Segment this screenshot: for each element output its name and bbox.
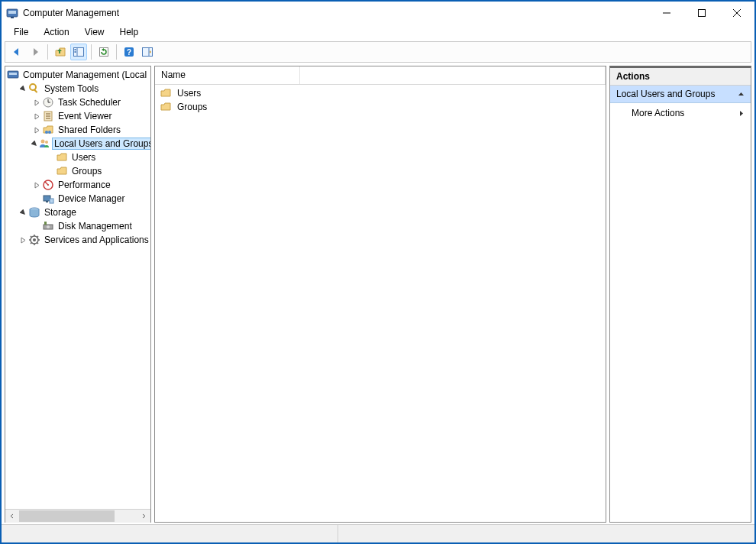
- app-icon: [6, 7, 18, 19]
- actions-selected-label: Local Users and Groups: [616, 89, 715, 99]
- tree-node-label: Local Users and Groups: [53, 138, 150, 149]
- svg-point-28: [48, 131, 51, 134]
- shared-folder-icon: [42, 124, 54, 136]
- toolbar-separator: [47, 44, 48, 60]
- tree-node-groups[interactable]: Groups: [5, 164, 150, 178]
- column-header-name[interactable]: Name: [155, 66, 300, 84]
- tree-node-device-manager[interactable]: Device Manager: [5, 192, 150, 206]
- tree-node-label: Device Manager: [57, 193, 126, 204]
- svg-rect-2: [11, 17, 14, 18]
- up-button[interactable]: [52, 44, 69, 60]
- status-cell: [2, 525, 338, 542]
- svg-rect-4: [699, 10, 706, 17]
- refresh-button[interactable]: [95, 44, 112, 60]
- svg-rect-40: [44, 222, 47, 225]
- svg-rect-1: [8, 11, 16, 14]
- minimize-button[interactable]: [649, 2, 684, 24]
- list-item-users[interactable]: Users: [155, 86, 606, 100]
- spacer: [31, 221, 42, 232]
- svg-point-27: [45, 131, 48, 134]
- collapse-icon[interactable]: [18, 83, 28, 94]
- tree-node-root[interactable]: Computer Management (Local: [5, 68, 150, 82]
- window-controls: [649, 2, 754, 24]
- actions-more-actions[interactable]: More Actions: [610, 103, 751, 123]
- collapse-icon[interactable]: [31, 138, 38, 149]
- tree-node-shared-folders[interactable]: Shared Folders: [5, 123, 150, 137]
- list-body[interactable]: Users Groups: [155, 85, 606, 522]
- spacer: [45, 166, 56, 176]
- tree-node-label: Performance: [57, 180, 112, 190]
- scroll-left-icon[interactable]: [5, 510, 18, 523]
- tree-node-label: Shared Folders: [57, 125, 122, 135]
- svg-rect-9: [75, 49, 76, 50]
- folder-icon: [160, 101, 172, 113]
- column-header-empty[interactable]: [300, 66, 606, 84]
- performance-icon: [42, 179, 54, 191]
- event-viewer-icon: [42, 110, 54, 122]
- list-item-label: Groups: [177, 102, 207, 112]
- help-button[interactable]: ?: [121, 44, 137, 60]
- tree-node-event-viewer[interactable]: Event Viewer: [5, 109, 150, 123]
- tree-node-label: Storage: [43, 207, 78, 218]
- maximize-button[interactable]: [684, 2, 719, 24]
- main-area: Computer Management (Local System Tools …: [2, 66, 754, 524]
- back-button[interactable]: [8, 44, 25, 60]
- list-item-groups[interactable]: Groups: [155, 100, 606, 114]
- expand-icon[interactable]: [31, 180, 42, 190]
- folder-icon: [56, 165, 68, 177]
- expand-icon[interactable]: [31, 97, 42, 108]
- tree-node-storage[interactable]: Storage: [5, 206, 150, 219]
- svg-rect-17: [9, 73, 17, 75]
- title-bar: Computer Management: [2, 2, 754, 24]
- expand-icon[interactable]: [31, 125, 42, 135]
- close-button[interactable]: [719, 2, 754, 24]
- svg-point-42: [33, 238, 36, 241]
- svg-rect-35: [46, 201, 48, 202]
- tree-node-label: Computer Management (Local: [21, 70, 148, 80]
- tree-node-label: Users: [70, 152, 97, 163]
- window-title: Computer Management: [23, 8, 649, 18]
- computer-management-icon: [7, 69, 19, 81]
- list-header: Name: [155, 66, 606, 85]
- svg-point-29: [41, 140, 45, 144]
- tree-node-task-scheduler[interactable]: Task Scheduler: [5, 96, 150, 109]
- tree-node-local-users-groups[interactable]: Local Users and Groups: [5, 137, 150, 151]
- actions-pane: Actions Local Users and Groups More Acti…: [609, 66, 751, 523]
- svg-point-30: [45, 141, 48, 144]
- status-cell: [338, 525, 754, 542]
- device-manager-icon: [42, 193, 54, 205]
- scroll-track[interactable]: [18, 510, 137, 523]
- tree-node-users[interactable]: Users: [5, 151, 150, 164]
- scroll-right-icon[interactable]: [137, 510, 150, 523]
- tree-pane: Computer Management (Local System Tools …: [5, 66, 151, 523]
- menu-help[interactable]: Help: [112, 25, 147, 39]
- show-hide-console-tree-button[interactable]: [70, 44, 87, 60]
- tree-node-disk-management[interactable]: Disk Management: [5, 219, 150, 233]
- tree-node-system-tools[interactable]: System Tools: [5, 82, 150, 96]
- show-hide-action-pane-button[interactable]: [139, 44, 156, 60]
- svg-rect-10: [75, 51, 76, 53]
- tree-node-label: Disk Management: [57, 221, 134, 232]
- menu-action[interactable]: Action: [36, 25, 76, 39]
- scroll-thumb[interactable]: [19, 510, 115, 522]
- svg-point-39: [47, 225, 50, 228]
- forward-button[interactable]: [27, 44, 44, 60]
- menu-view[interactable]: View: [77, 25, 112, 39]
- svg-point-33: [47, 184, 49, 186]
- actions-selected-node[interactable]: Local Users and Groups: [610, 86, 751, 103]
- expand-icon[interactable]: [18, 235, 28, 245]
- services-icon: [28, 234, 40, 246]
- collapse-icon: [738, 91, 745, 98]
- tree-node-services-apps[interactable]: Services and Applications: [5, 233, 150, 247]
- storage-icon: [28, 206, 40, 219]
- expand-icon[interactable]: [31, 111, 42, 121]
- actions-item-label: More Actions: [632, 108, 684, 118]
- status-bar: [2, 524, 754, 542]
- chevron-right-icon: [739, 110, 745, 117]
- menu-file[interactable]: File: [6, 25, 36, 39]
- list-pane: Name Users Groups: [154, 66, 606, 523]
- collapse-icon[interactable]: [18, 207, 28, 218]
- tree-node-performance[interactable]: Performance: [5, 178, 150, 192]
- tree-view[interactable]: Computer Management (Local System Tools …: [5, 66, 150, 509]
- horizontal-scrollbar[interactable]: [5, 509, 150, 522]
